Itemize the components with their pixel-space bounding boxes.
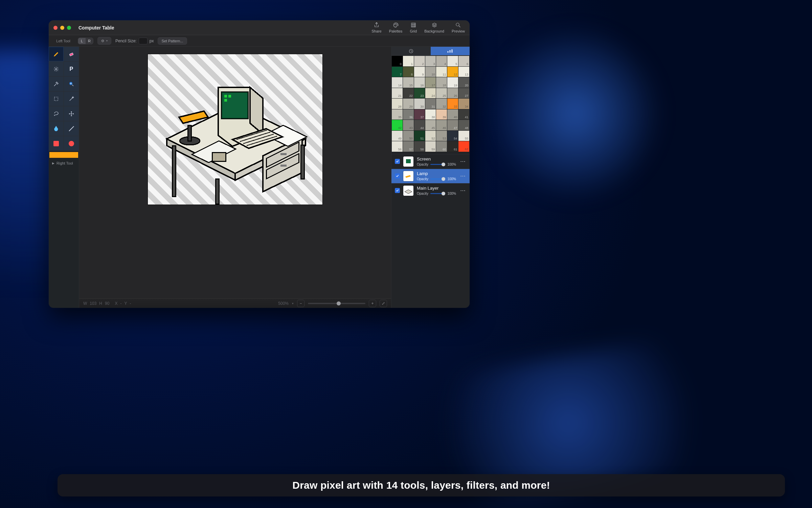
eraser-tool[interactable] — [64, 47, 79, 62]
palette-swatch[interactable]: 30 — [414, 99, 425, 109]
pencil-size-input[interactable] — [139, 38, 148, 44]
maximize-window-button[interactable] — [67, 26, 71, 30]
palette-swatch[interactable]: 32 — [436, 99, 447, 109]
layer-row[interactable]: ScreenOpacity100%⋯ — [391, 154, 470, 169]
background-button[interactable]: Background — [424, 22, 444, 33]
palette-swatch[interactable]: 35 — [392, 109, 403, 120]
palette-swatch[interactable]: 16 — [414, 77, 425, 88]
palette-swatch[interactable]: 6 — [458, 56, 469, 66]
palette-swatch[interactable]: 52 — [425, 131, 436, 141]
palette-swatch[interactable]: 41 — [458, 109, 469, 120]
palette-swatch[interactable]: 53 — [436, 131, 447, 141]
rect-shape-tool[interactable] — [49, 136, 64, 151]
palette-swatch[interactable]: 13 — [458, 67, 469, 77]
palette-swatch[interactable]: 48 — [458, 120, 469, 130]
line-tool[interactable] — [64, 121, 79, 136]
current-color-swatch[interactable] — [49, 152, 78, 158]
close-window-button[interactable] — [53, 26, 58, 30]
palette-swatch[interactable]: 21 — [392, 88, 403, 99]
pattern-tool[interactable]: P — [64, 62, 79, 77]
palette-swatch[interactable]: 51 — [414, 131, 425, 141]
tab-palette[interactable] — [431, 47, 470, 56]
palette-swatch[interactable]: 40 — [447, 109, 458, 120]
palette-swatch[interactable]: 28 — [392, 99, 403, 109]
lr-toggle[interactable]: L R — [78, 38, 93, 44]
palette-swatch[interactable]: 22 — [403, 88, 414, 99]
palette-swatch[interactable]: 39 — [436, 109, 447, 120]
palette-swatch[interactable]: 15 — [403, 77, 414, 88]
palette-swatch[interactable]: 27 — [458, 88, 469, 99]
palette-swatch[interactable]: 43 — [403, 120, 414, 130]
more-icon[interactable]: ⋯ — [459, 158, 466, 165]
palette-swatch[interactable]: 56 — [392, 141, 403, 152]
palette-swatch[interactable]: 20 — [458, 77, 469, 88]
minimize-window-button[interactable] — [60, 26, 64, 30]
palette-swatch[interactable]: 60 — [436, 141, 447, 152]
blur-tool[interactable] — [49, 121, 64, 136]
palette-swatch[interactable]: 18 — [436, 77, 447, 88]
tab-history[interactable] — [391, 47, 431, 56]
lasso-tool[interactable] — [49, 106, 64, 121]
layer-row[interactable]: LampOpacity100%⋯ — [391, 169, 470, 183]
palette-swatch[interactable]: 44 — [414, 120, 425, 130]
layer-visibility-checkbox[interactable] — [395, 188, 400, 193]
palette-swatch[interactable]: 2 — [414, 56, 425, 66]
palette-swatch[interactable]: 17 — [425, 77, 436, 88]
palette-swatch[interactable]: 24 — [425, 88, 436, 99]
zoom-fit-button[interactable]: ⤢ — [380, 300, 387, 307]
palette-swatch[interactable]: 45 — [425, 120, 436, 130]
zoom-slider[interactable] — [308, 303, 365, 304]
palette-swatch[interactable]: 33 — [447, 99, 458, 109]
right-tool-toggle[interactable]: ▶ Right Tool — [49, 158, 79, 168]
palette-swatch[interactable]: 34 — [458, 99, 469, 109]
palette-swatch[interactable]: 9 — [414, 67, 425, 77]
palette-swatch[interactable]: 25 — [436, 88, 447, 99]
palette-swatch[interactable]: 4 — [436, 56, 447, 66]
palette-swatch[interactable]: 12 — [447, 67, 458, 77]
share-button[interactable]: Share — [371, 22, 381, 33]
rect-select-tool[interactable] — [49, 91, 64, 106]
more-icon[interactable]: ⋯ — [459, 173, 466, 179]
palette-swatch[interactable]: 57 — [403, 141, 414, 152]
zoom-in-button[interactable]: + — [369, 300, 376, 307]
palette-swatch[interactable]: 26 — [447, 88, 458, 99]
palette-swatch[interactable]: 55 — [458, 131, 469, 141]
layer-visibility-checkbox[interactable] — [395, 173, 400, 178]
layer-opacity-slider[interactable] — [430, 164, 446, 165]
layer-row[interactable]: Main LayerOpacity100%⋯ — [391, 183, 470, 198]
palette-swatch[interactable]: 49 — [392, 131, 403, 141]
palette-swatch[interactable]: 8 — [403, 67, 414, 77]
palette-swatch[interactable]: 37 — [414, 109, 425, 120]
palette-swatch[interactable]: 19 — [447, 77, 458, 88]
palette-swatch[interactable]: 0 — [392, 56, 403, 66]
palette-swatch[interactable]: 1 — [403, 56, 414, 66]
pencil-tool[interactable] — [49, 47, 64, 62]
palette-swatch[interactable]: 29 — [403, 99, 414, 109]
palette-swatch[interactable]: 46 — [436, 120, 447, 130]
layer-opacity-slider[interactable] — [430, 178, 446, 179]
palette-swatch[interactable]: 59 — [425, 141, 436, 152]
palette-swatch[interactable]: 54 — [447, 131, 458, 141]
blend-mode-menu[interactable]: ⊖ ▾ — [97, 37, 111, 45]
more-icon[interactable]: ⋯ — [459, 187, 466, 194]
palette-swatch[interactable]: 61 — [447, 141, 458, 152]
lr-left[interactable]: L — [78, 38, 86, 44]
lighten-tool[interactable] — [49, 62, 64, 77]
palette-swatch[interactable]: 14 — [392, 77, 403, 88]
layer-visibility-checkbox[interactable] — [395, 159, 400, 164]
palette-swatch[interactable]: 31 — [425, 99, 436, 109]
zoom-out-button[interactable]: − — [297, 300, 304, 307]
palette-swatch[interactable]: 62 — [458, 141, 469, 152]
palette-swatch[interactable]: 3 — [425, 56, 436, 66]
palette-swatch[interactable]: 50 — [403, 131, 414, 141]
palette-swatch[interactable]: 11 — [436, 67, 447, 77]
palette-swatch[interactable]: 38 — [425, 109, 436, 120]
magic-wand-tool[interactable] — [64, 91, 79, 106]
chevron-down-icon[interactable]: ▾ — [292, 302, 294, 305]
palette-swatch[interactable]: 47 — [447, 120, 458, 130]
ellipse-shape-tool[interactable] — [64, 136, 79, 151]
eyedropper-tool[interactable] — [49, 77, 64, 91]
palette-swatch[interactable]: 58 — [414, 141, 425, 152]
grid-button[interactable]: Grid — [410, 22, 417, 33]
move-tool[interactable] — [64, 106, 79, 121]
